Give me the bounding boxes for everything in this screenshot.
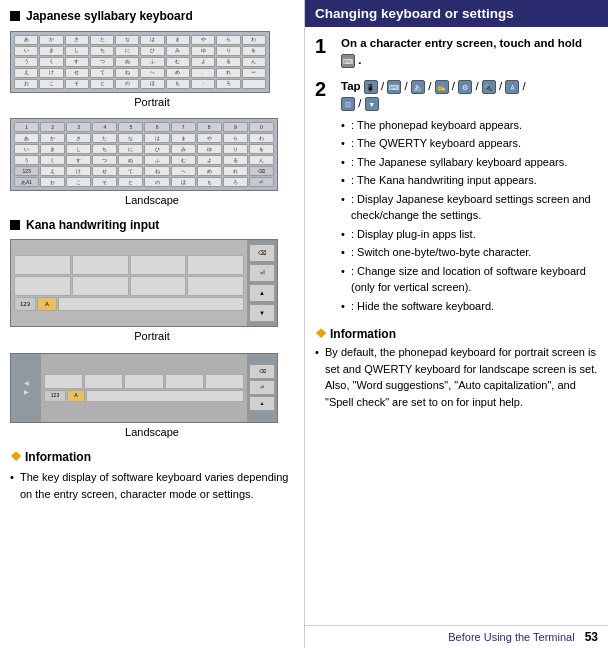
jp-key: 6 [144,122,169,132]
jp-key: う [14,155,39,165]
jp-key: て [90,68,114,78]
right-header-title: Changing keyboard or settings [315,6,514,21]
jp-key: と [90,79,114,89]
step2-content: Tap 📱 / ⌨ / あ / ✍ / ⚙ / 🔌 / Ａ / ⊡ / ▼ [341,78,598,316]
jp-key: す [66,155,91,165]
jp-key: ⌫ [249,166,274,176]
icon-kana: ✍ [435,80,449,94]
jp-key: 5 [118,122,143,132]
jp-key: う [14,57,38,67]
jp-key: の [144,177,169,187]
landscape-label: Landscape [10,193,294,208]
bullet-byte: : Switch one-byte/two-byte character. [341,244,598,261]
portrait2-label: Portrait [10,329,294,344]
jp-key: ね [144,166,169,176]
jp-key: せ [92,166,117,176]
jp-key: む [171,155,196,165]
icon-phonepad: 📱 [364,80,378,94]
icon-qwerty: ⌨ [387,80,401,94]
jp-key: み [171,144,196,154]
footer-page: 53 [585,630,598,644]
right-info-title: Information [330,327,396,341]
jp-key: こ [66,177,91,187]
right-info-list: By default, the phonepad keyboard for po… [315,344,598,410]
jp-key: す [65,57,89,67]
step1-text: On a character entry screen, touch and h… [341,37,582,49]
jp-key: ゆ [191,46,215,56]
bullet-settings: : Display Japanese keyboard settings scr… [341,191,598,224]
jp-key: は [140,35,164,45]
jp-key: く [40,155,65,165]
right-footer: Before Using the Terminal 53 [305,625,608,648]
jp-key: ⏎ [249,177,274,187]
portrait-keyboard-block: あ か さ た な は ま や ら わ い き し ち に ひ み ゆ り [10,31,294,110]
jp-key: ろ [216,79,240,89]
jp-key: え [40,166,65,176]
jp-key: え [14,68,38,78]
jp-key: め [166,68,190,78]
bullet-qwerty: : The QWERTY keyboard appears. [341,135,598,152]
jp-key: 1 [14,122,39,132]
jp-key: ね [115,68,139,78]
portrait-jp-keyboard: あ か さ た な は ま や ら わ い き し ち に ひ み ゆ り [10,31,270,93]
jp-key: ぬ [118,155,143,165]
footer-text: Before Using the Terminal [448,631,574,643]
landscape-jp-keyboard: 1 2 3 4 5 6 7 8 9 0 あ か さ た な は ま や ら [10,118,278,191]
jp-key: に [115,46,139,56]
section2-icon [10,220,20,230]
step2-sep3: / [428,80,434,92]
section1-header: Japanese syllabary keyboard [10,8,294,25]
bullet-syllabary: : The Japanese syllabary keyboard appear… [341,154,598,171]
jp-key: は [144,133,169,143]
jp-key: ふ [144,155,169,165]
left-info-list: The key display of software keyboard var… [10,469,294,502]
left-info-title: Information [25,449,91,466]
jp-key: さ [65,35,89,45]
jp-key: も [166,79,190,89]
jp-key: ろ [223,177,248,187]
jp-key: お [14,79,38,89]
jp-key: さ [66,133,91,143]
right-diamond-icon: ❖ [315,326,327,341]
landscape-kana-keyboard: ◀ ▶ 123 A ⌫ ⏎ ▲ [10,353,278,423]
step1-content: On a character entry screen, touch and h… [341,35,598,68]
section1-title: Japanese syllabary keyboard [26,8,193,25]
jp-key: ん [249,155,274,165]
jp-key: な [115,35,139,45]
left-info-header: ❖ Information [10,448,294,466]
portrait-label: Portrait [10,95,294,110]
jp-key: り [216,46,240,56]
jp-key: 3 [66,122,91,132]
jp-key: め [197,166,222,176]
jp-key: か [39,35,63,45]
jp-key: た [92,133,117,143]
jp-key: に [118,144,143,154]
step2-sep8: / [358,97,364,109]
jp-key: ま [166,35,190,45]
jp-key: て [118,166,143,176]
bullet-hide: : Hide the software keyboard. [341,298,598,315]
icon-settings: ⚙ [458,80,472,94]
right-header: Changing keyboard or settings [305,0,608,27]
jp-key: わ [242,35,266,45]
jp-key: り [223,144,248,154]
jp-key: ・ [191,79,215,89]
jp-key: よ [197,155,222,165]
jp-key: の [115,79,139,89]
jp-key: よ [191,57,215,67]
jp-key: 、 [191,68,215,78]
jp-key: ら [216,35,240,45]
right-info-header: ❖ Information [315,326,598,341]
jp-key: い [14,144,39,154]
jp-key: 2 [40,122,65,132]
jp-key: く [39,57,63,67]
jp-key: つ [90,57,114,67]
bullet-plugins: : Display plug-in apps list. [341,226,598,243]
jp-key: と [118,177,143,187]
jp-key: ほ [171,177,196,187]
step2-bullets: : The phonepad keyboard appears. : The Q… [341,117,598,315]
jp-key: 9 [223,122,248,132]
jp-key: む [166,57,190,67]
jp-key: か [40,133,65,143]
jp-key: ま [171,133,196,143]
